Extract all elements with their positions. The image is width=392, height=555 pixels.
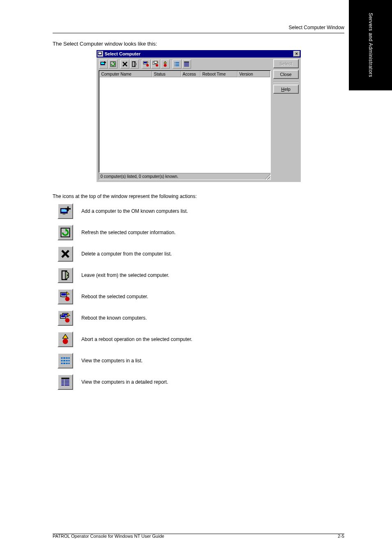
- page-footer: PATROL Operator Console for Windows NT U…: [53, 534, 344, 539]
- svg-rect-65: [61, 381, 64, 382]
- dialog-toolbar: [99, 59, 271, 69]
- svg-rect-12: [144, 62, 147, 63]
- icon-desc: View the computers in a list.: [81, 358, 344, 364]
- svg-rect-72: [65, 385, 69, 386]
- icon-row-reboot-selected: Reboot the selected computer.: [53, 289, 344, 304]
- dialog-intro: The Select Computer window looks like th…: [53, 41, 344, 47]
- svg-rect-55: [63, 360, 65, 361]
- icon-row-abort-reboot: Abort a reboot operation on the selected…: [53, 332, 344, 347]
- view-detail-icon[interactable]: [182, 60, 191, 69]
- icon-desc: View the computers in a detailed report.: [81, 379, 344, 385]
- svg-rect-27: [184, 64, 189, 65]
- icon-desc: Abort a reboot operation on the selected…: [81, 336, 344, 342]
- icon-desc: Add a computer to the OM known computers…: [81, 208, 344, 214]
- svg-rect-32: [63, 213, 66, 214]
- svg-rect-64: [65, 380, 69, 380]
- add-computer-icon: [58, 203, 73, 219]
- svg-rect-51: [63, 357, 65, 359]
- svg-rect-20: [175, 64, 175, 64]
- svg-rect-22: [175, 65, 175, 66]
- abort-reboot-icon[interactable]: [161, 60, 170, 69]
- exit-icon[interactable]: [130, 60, 139, 69]
- refresh-icon[interactable]: [108, 60, 118, 69]
- svg-rect-2: [99, 55, 101, 56]
- svg-rect-66: [65, 381, 69, 382]
- col-reboot-time[interactable]: Reboot Time: [201, 71, 238, 77]
- svg-point-17: [164, 64, 166, 67]
- svg-rect-47: [61, 315, 65, 317]
- icon-list-intro: The icons at the top of the window repre…: [53, 193, 344, 199]
- sidebar-separator: [273, 81, 299, 82]
- col-version[interactable]: Version: [238, 71, 270, 77]
- svg-point-13: [146, 64, 149, 67]
- view-detail-icon: [58, 374, 73, 390]
- icon-row-view-list: View the computers in a list.: [53, 353, 344, 368]
- add-computer-icon[interactable]: [99, 60, 108, 69]
- refresh-icon: [58, 225, 73, 240]
- help-button[interactable]: Help: [273, 85, 299, 94]
- svg-rect-18: [175, 62, 175, 63]
- footer-right: 2-5: [338, 534, 344, 539]
- svg-rect-62: [61, 378, 69, 379]
- svg-rect-39: [67, 274, 68, 276]
- svg-rect-69: [61, 384, 64, 385]
- dialog-body: Computer Name Status Access Reboot Time …: [97, 58, 301, 182]
- svg-rect-56: [66, 360, 68, 361]
- col-status[interactable]: Status: [152, 71, 181, 77]
- listview-body: [99, 77, 270, 172]
- reboot-selected-icon: [58, 289, 73, 304]
- svg-rect-34: [65, 208, 71, 210]
- computer-listview[interactable]: Computer Name Status Access Reboot Time …: [99, 70, 271, 173]
- running-head: Select Computer Window: [53, 25, 344, 30]
- dialog-main: Computer Name Status Access Reboot Time …: [99, 59, 271, 180]
- delete-icon: [58, 246, 73, 262]
- svg-rect-19: [176, 62, 179, 63]
- svg-rect-6: [104, 62, 106, 63]
- icon-desc: Delete a computer from the computer list…: [81, 251, 344, 257]
- page-content: Select Computer Window The Select Comput…: [53, 25, 344, 396]
- svg-rect-71: [61, 385, 64, 386]
- svg-rect-60: [66, 363, 68, 364]
- running-head-text: Select Computer Window: [289, 25, 344, 30]
- view-list-icon[interactable]: [173, 60, 182, 69]
- svg-rect-63: [61, 380, 64, 380]
- col-access[interactable]: Access: [181, 71, 201, 77]
- svg-rect-68: [65, 382, 69, 383]
- icon-row-view-detail: View the computers in a detailed report.: [53, 374, 344, 390]
- svg-rect-50: [61, 357, 62, 359]
- close-dialog-button[interactable]: Close: [273, 70, 299, 79]
- svg-point-16: [156, 64, 158, 67]
- dialog-statusbar: 0 computer(s) listed, 0 computer(s) know…: [99, 173, 271, 180]
- view-list-icon: [58, 353, 73, 368]
- footer-left: PATROL Operator Console for Windows NT U…: [53, 534, 164, 539]
- icon-row-delete: Delete a computer from the computer list…: [53, 246, 344, 262]
- svg-point-49: [63, 339, 68, 344]
- delete-icon[interactable]: [120, 60, 129, 69]
- close-button[interactable]: ✕: [293, 51, 300, 57]
- svg-point-43: [65, 297, 70, 301]
- icon-explain-list: The icons at the top of the window repre…: [53, 193, 344, 390]
- svg-rect-58: [61, 363, 62, 364]
- reboot-known-icon[interactable]: [151, 60, 160, 69]
- resize-grip-icon[interactable]: [265, 174, 270, 180]
- select-button[interactable]: Select: [273, 59, 299, 68]
- dialog-sidebar: Select Close Help: [273, 59, 299, 180]
- rule-top: [53, 33, 344, 33]
- svg-rect-67: [61, 382, 64, 383]
- svg-rect-21: [176, 64, 179, 64]
- system-menu-icon[interactable]: [97, 51, 103, 57]
- exit-icon: [58, 267, 73, 283]
- reboot-known-icon: [58, 310, 73, 326]
- statusbar-text: 0 computer(s) listed, 0 computer(s) know…: [101, 174, 179, 179]
- svg-rect-1: [98, 53, 101, 54]
- page-thumb-tab: Servers and Administrators: [349, 0, 392, 90]
- icon-row-add: Add a computer to the OM known computers…: [53, 203, 344, 219]
- svg-rect-28: [184, 65, 189, 66]
- select-computer-dialog: Select Computer ✕: [97, 50, 301, 182]
- svg-rect-70: [65, 384, 69, 385]
- col-computer-name[interactable]: Computer Name: [99, 71, 152, 77]
- svg-rect-61: [68, 363, 69, 364]
- svg-rect-42: [62, 297, 65, 297]
- reboot-selected-icon[interactable]: [142, 60, 151, 69]
- svg-rect-29: [184, 66, 189, 67]
